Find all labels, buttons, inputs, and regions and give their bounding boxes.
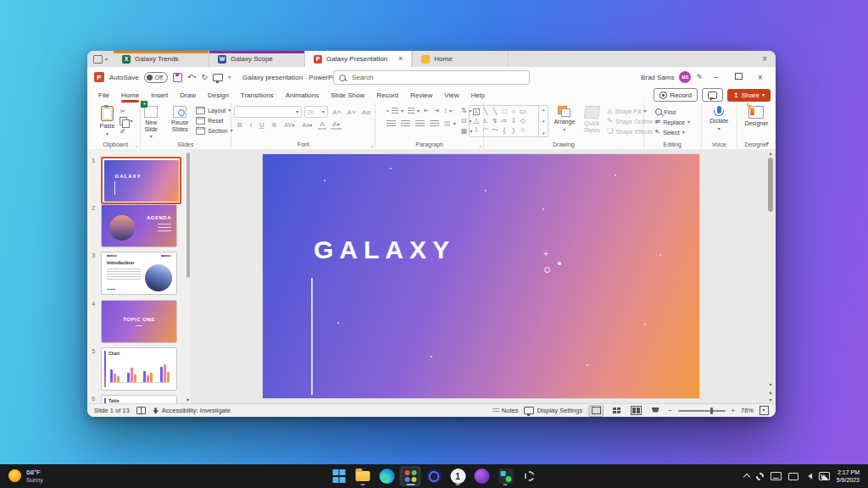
volume-icon[interactable] [805,474,812,479]
character-spacing-button[interactable]: AV▾ [282,122,296,128]
start-button[interactable] [329,466,350,486]
shape-rounded-rect-icon[interactable]: ▭ [520,108,526,115]
shape-textbox-icon[interactable]: A [473,108,480,115]
spellcheck-icon[interactable] [136,407,146,414]
thumbnail-slide-3[interactable]: Introduction [101,252,177,295]
shape-arrow-right-icon[interactable]: ⇨ [502,118,508,125]
save-icon[interactable] [173,73,182,82]
ribbon-tab-file[interactable]: File [92,90,115,101]
shape-rectangle-icon[interactable]: □ [502,108,506,115]
zoom-slider[interactable] [678,410,726,412]
display-settings-button[interactable]: Display Settings [524,407,582,414]
undo-button[interactable]: ↶▾ [187,74,197,81]
shape-arrow-down-icon[interactable]: ⇩ [511,118,517,125]
decrease-indent-icon[interactable]: ⇤ [424,108,430,114]
line-spacing-button[interactable]: ↕▾ [443,107,452,115]
panel-scrollbar[interactable] [186,152,190,278]
onepassword-button[interactable]: 1 [448,466,469,486]
notes-button[interactable]: Notes [492,407,519,414]
maximize-button[interactable] [730,73,747,81]
select-button[interactable]: ⇖Select▾ [655,128,690,136]
shape-arc-icon[interactable]: ◠ [482,127,488,134]
accessibility-status[interactable]: Accessibility: Investigate [153,407,231,414]
record-button[interactable]: Record [654,88,698,102]
next-slide-icon[interactable]: ▾ [769,396,771,402]
shape-brace-right-icon[interactable]: } [513,127,515,134]
thumbnail-slide-5[interactable]: Chart [101,347,177,391]
slide-counter[interactable]: Slide 1 of 13 [94,407,130,414]
format-painter-button[interactable]: ✐ [120,127,132,136]
find-button[interactable]: Find [655,108,690,116]
purple-app-button[interactable] [471,466,492,486]
hidden-icons-chevron[interactable] [743,474,750,480]
comments-button[interactable] [702,88,723,102]
slide-sorter-view-button[interactable] [609,406,623,416]
strikethrough-button[interactable]: S [270,121,278,129]
reset-button[interactable]: Reset [196,116,232,125]
cut-button[interactable]: ✂ [120,107,132,115]
thumbnail-slide-2[interactable]: AGENDA [101,204,177,247]
scroll-down-icon[interactable]: ▾ [542,119,545,124]
font-family-select[interactable]: ▾ [234,106,302,118]
ribbon-tab-animations[interactable]: Animations [280,90,326,101]
pen-icon[interactable]: ✎ [696,74,703,81]
quick-styles-button[interactable]: Quick Styles [580,105,604,134]
active-app-button[interactable] [400,466,421,486]
shape-brace-left-icon[interactable]: { [504,127,506,134]
minimize-button[interactable]: – [708,73,725,81]
ribbon-tab-view[interactable]: View [438,90,465,101]
search-input[interactable] [350,73,506,82]
clear-formatting-button[interactable]: A⌀ [360,108,373,116]
slide-title-text[interactable]: GALAXY [314,236,455,264]
shapes-gallery[interactable]: A ╲ ╲ □ ○ ▭ △ L ↯ ⇨ ⇩ ◇ [469,105,548,137]
italic-button[interactable]: I [248,121,253,129]
ribbon-tab-design[interactable]: Design [202,90,235,101]
thumbnail-slide-1[interactable]: GALAXY [101,157,181,204]
shape-triangle-icon[interactable]: △ [474,118,479,125]
underline-button[interactable]: U [258,121,266,129]
shape-scribble-icon[interactable]: ⌇ [475,127,478,134]
dialog-launcher-icon[interactable]: ⌟ [371,141,374,147]
replace-button[interactable]: ⇄Replace▾ [655,118,690,126]
grow-font-button[interactable]: A˄ [331,108,342,116]
shape-oval-icon[interactable]: ○ [511,108,515,115]
scrollbar-thumb[interactable] [768,158,773,212]
previous-slide-icon[interactable]: ▴ [769,389,771,395]
file-explorer-button[interactable] [353,466,374,486]
zoom-slider-handle[interactable] [710,408,713,414]
arrange-button[interactable]: Arrange ▾ [552,105,576,133]
collapse-ribbon-icon[interactable]: ▾ [766,141,769,146]
tab-galaxy-scope[interactable]: W Galaxy Scope [209,51,305,67]
section-button[interactable]: Section▾ [196,126,232,135]
avatar[interactable]: BS [679,71,691,83]
edge-button[interactable] [376,466,398,486]
align-center-icon[interactable] [401,120,410,127]
search-box[interactable] [333,70,530,85]
change-case-button[interactable]: Aa▾ [300,122,314,128]
keyboard-icon[interactable] [771,472,782,480]
align-right-icon[interactable] [415,120,425,127]
reading-view-button[interactable] [629,406,643,416]
numbering-button[interactable]: ▾ [408,107,420,115]
slideshow-view-button[interactable] [648,406,662,416]
scroll-down-icon[interactable]: ▾ [769,381,771,387]
paste-button[interactable]: Paste ▾ [97,105,116,137]
gallery-more-icon[interactable]: ▾ [542,130,545,136]
zoom-level[interactable]: 76% [741,407,754,414]
columns-button[interactable]: ▥▾ [444,119,456,128]
tray-gear-icon[interactable] [756,473,764,480]
normal-view-button[interactable] [588,405,604,417]
tabstrip-close-icon[interactable]: × [762,54,767,64]
new-slide-button[interactable]: New Slide ▾ [138,105,164,140]
ribbon-tab-transitions[interactable]: Transitions [235,90,280,101]
shape-star-icon[interactable]: ☆ [520,127,526,134]
ribbon-tab-help[interactable]: Help [465,90,491,101]
font-size-select[interactable]: 20▾ [304,106,328,118]
tab-options-button[interactable]: ▾ [87,51,114,67]
fit-to-window-icon[interactable] [760,406,769,415]
taskbar-clock[interactable]: 2:17 PM 5/9/2023 [837,469,860,484]
copy-button[interactable]: ▾ [120,117,132,125]
shape-arrow-line-icon[interactable]: ╲ [492,108,497,115]
reuse-slides-button[interactable]: Reuse Slides [167,105,192,133]
layout-button[interactable]: Layout▾ [196,106,232,114]
